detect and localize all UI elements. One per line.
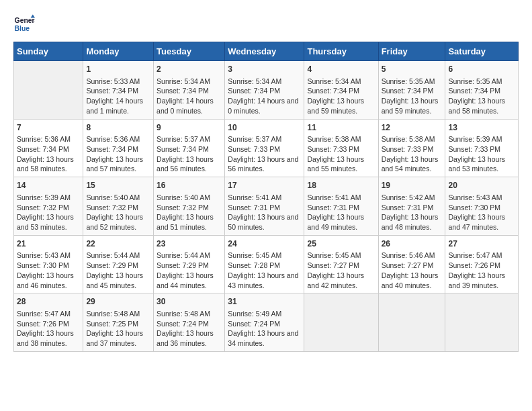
calendar-cell: 1Sunrise: 5:33 AM Sunset: 7:34 PM Daylig…: [83, 61, 154, 120]
day-number: 2: [157, 64, 222, 75]
calendar-cell: 13Sunrise: 5:39 AM Sunset: 7:33 PM Dayli…: [445, 119, 519, 177]
calendar-cell: 24Sunrise: 5:45 AM Sunset: 7:28 PM Dayli…: [225, 235, 304, 293]
cell-content: Sunrise: 5:45 AM Sunset: 7:28 PM Dayligh…: [228, 250, 301, 290]
calendar-cell: 7Sunrise: 5:36 AM Sunset: 7:34 PM Daylig…: [14, 119, 83, 177]
calendar-cell: 28Sunrise: 5:47 AM Sunset: 7:26 PM Dayli…: [14, 293, 83, 352]
calendar-cell: 11Sunrise: 5:38 AM Sunset: 7:33 PM Dayli…: [304, 119, 378, 177]
calendar-cell: 30Sunrise: 5:48 AM Sunset: 7:24 PM Dayli…: [154, 293, 225, 352]
cell-content: Sunrise: 5:41 AM Sunset: 7:31 PM Dayligh…: [228, 193, 301, 232]
cell-content: Sunrise: 5:40 AM Sunset: 7:32 PM Dayligh…: [157, 193, 222, 232]
cell-content: Sunrise: 5:39 AM Sunset: 7:33 PM Dayligh…: [448, 134, 515, 174]
day-number: 21: [17, 238, 80, 250]
page-header: General Blue: [13, 13, 519, 35]
cell-content: Sunrise: 5:44 AM Sunset: 7:29 PM Dayligh…: [86, 250, 150, 290]
calendar-cell: 22Sunrise: 5:44 AM Sunset: 7:29 PM Dayli…: [83, 235, 154, 293]
day-number: 11: [307, 122, 375, 134]
calendar-cell: 20Sunrise: 5:43 AM Sunset: 7:30 PM Dayli…: [445, 177, 519, 236]
cell-content: Sunrise: 5:38 AM Sunset: 7:33 PM Dayligh…: [382, 134, 443, 174]
calendar-cell: 15Sunrise: 5:40 AM Sunset: 7:32 PM Dayli…: [83, 177, 154, 236]
day-number: 23: [157, 238, 222, 250]
day-number: 18: [307, 180, 375, 191]
cell-content: Sunrise: 5:37 AM Sunset: 7:34 PM Dayligh…: [157, 134, 222, 174]
cell-content: Sunrise: 5:48 AM Sunset: 7:25 PM Dayligh…: [86, 309, 150, 349]
cell-content: Sunrise: 5:36 AM Sunset: 7:34 PM Dayligh…: [17, 134, 80, 174]
day-number: 1: [86, 64, 150, 75]
day-number: 7: [17, 122, 80, 134]
day-number: 3: [228, 64, 301, 75]
svg-text:General: General: [15, 17, 35, 24]
cell-content: Sunrise: 5:42 AM Sunset: 7:31 PM Dayligh…: [382, 193, 443, 232]
cell-content: Sunrise: 5:47 AM Sunset: 7:26 PM Dayligh…: [17, 309, 80, 349]
calendar-cell: 17Sunrise: 5:41 AM Sunset: 7:31 PM Dayli…: [225, 177, 304, 236]
weekday-header-monday: Monday: [83, 42, 154, 61]
cell-content: Sunrise: 5:40 AM Sunset: 7:32 PM Dayligh…: [86, 193, 150, 232]
calendar-cell: [378, 293, 445, 352]
cell-content: Sunrise: 5:41 AM Sunset: 7:31 PM Dayligh…: [307, 193, 375, 232]
day-number: 29: [86, 296, 150, 308]
calendar-cell: 12Sunrise: 5:38 AM Sunset: 7:33 PM Dayli…: [378, 119, 445, 177]
calendar-cell: 10Sunrise: 5:37 AM Sunset: 7:33 PM Dayli…: [225, 119, 304, 177]
cell-content: Sunrise: 5:39 AM Sunset: 7:32 PM Dayligh…: [17, 193, 80, 232]
day-number: 14: [17, 180, 80, 191]
day-number: 30: [157, 296, 222, 308]
calendar-cell: 27Sunrise: 5:47 AM Sunset: 7:26 PM Dayli…: [445, 235, 519, 293]
calendar-cell: 4Sunrise: 5:34 AM Sunset: 7:34 PM Daylig…: [304, 61, 378, 120]
day-number: 17: [228, 180, 301, 191]
weekday-header-wednesday: Wednesday: [225, 42, 304, 61]
calendar-cell: 14Sunrise: 5:39 AM Sunset: 7:32 PM Dayli…: [14, 177, 83, 236]
cell-content: Sunrise: 5:43 AM Sunset: 7:30 PM Dayligh…: [448, 193, 515, 232]
cell-content: Sunrise: 5:34 AM Sunset: 7:34 PM Dayligh…: [307, 77, 375, 116]
calendar-cell: 26Sunrise: 5:46 AM Sunset: 7:27 PM Dayli…: [378, 235, 445, 293]
cell-content: Sunrise: 5:43 AM Sunset: 7:30 PM Dayligh…: [17, 250, 80, 290]
calendar-cell: 18Sunrise: 5:41 AM Sunset: 7:31 PM Dayli…: [304, 177, 378, 236]
cell-content: Sunrise: 5:46 AM Sunset: 7:27 PM Dayligh…: [382, 250, 443, 290]
day-number: 20: [448, 180, 515, 191]
day-number: 24: [228, 238, 301, 250]
svg-text:Blue: Blue: [15, 25, 30, 32]
cell-content: Sunrise: 5:44 AM Sunset: 7:29 PM Dayligh…: [157, 250, 222, 290]
calendar-cell: 3Sunrise: 5:34 AM Sunset: 7:34 PM Daylig…: [225, 61, 304, 120]
calendar-cell: 29Sunrise: 5:48 AM Sunset: 7:25 PM Dayli…: [83, 293, 154, 352]
day-number: 12: [382, 122, 443, 134]
calendar-cell: 23Sunrise: 5:44 AM Sunset: 7:29 PM Dayli…: [154, 235, 225, 293]
calendar-cell: 21Sunrise: 5:43 AM Sunset: 7:30 PM Dayli…: [14, 235, 83, 293]
calendar-cell: 6Sunrise: 5:35 AM Sunset: 7:34 PM Daylig…: [445, 61, 519, 120]
weekday-header-thursday: Thursday: [304, 42, 378, 61]
calendar-cell: [14, 61, 83, 120]
day-number: 10: [228, 122, 301, 134]
day-number: 5: [382, 64, 443, 75]
weekday-header-saturday: Saturday: [445, 42, 519, 61]
cell-content: Sunrise: 5:35 AM Sunset: 7:34 PM Dayligh…: [448, 77, 515, 116]
calendar-cell: 31Sunrise: 5:49 AM Sunset: 7:24 PM Dayli…: [225, 293, 304, 352]
logo-icon: General Blue: [13, 13, 35, 35]
day-number: 25: [307, 238, 375, 250]
cell-content: Sunrise: 5:47 AM Sunset: 7:26 PM Dayligh…: [448, 250, 515, 290]
day-number: 28: [17, 296, 80, 308]
calendar-cell: 8Sunrise: 5:36 AM Sunset: 7:34 PM Daylig…: [83, 119, 154, 177]
calendar-cell: 16Sunrise: 5:40 AM Sunset: 7:32 PM Dayli…: [154, 177, 225, 236]
weekday-header-sunday: Sunday: [14, 42, 83, 61]
day-number: 16: [157, 180, 222, 191]
logo: General Blue: [13, 13, 38, 35]
cell-content: Sunrise: 5:34 AM Sunset: 7:34 PM Dayligh…: [228, 77, 301, 116]
calendar-cell: [304, 293, 378, 352]
day-number: 4: [307, 64, 375, 75]
day-number: 27: [448, 238, 515, 250]
weekday-header-tuesday: Tuesday: [154, 42, 225, 61]
calendar-cell: 5Sunrise: 5:35 AM Sunset: 7:34 PM Daylig…: [378, 61, 445, 120]
svg-marker-2: [31, 15, 35, 18]
calendar-cell: [445, 293, 519, 352]
day-number: 15: [86, 180, 150, 191]
cell-content: Sunrise: 5:34 AM Sunset: 7:34 PM Dayligh…: [157, 77, 222, 116]
cell-content: Sunrise: 5:33 AM Sunset: 7:34 PM Dayligh…: [86, 77, 150, 116]
day-number: 13: [448, 122, 515, 134]
calendar-cell: 2Sunrise: 5:34 AM Sunset: 7:34 PM Daylig…: [154, 61, 225, 120]
cell-content: Sunrise: 5:37 AM Sunset: 7:33 PM Dayligh…: [228, 134, 301, 174]
cell-content: Sunrise: 5:45 AM Sunset: 7:27 PM Dayligh…: [307, 250, 375, 290]
day-number: 9: [157, 122, 222, 134]
cell-content: Sunrise: 5:35 AM Sunset: 7:34 PM Dayligh…: [382, 77, 443, 116]
cell-content: Sunrise: 5:49 AM Sunset: 7:24 PM Dayligh…: [228, 309, 301, 349]
day-number: 22: [86, 238, 150, 250]
cell-content: Sunrise: 5:38 AM Sunset: 7:33 PM Dayligh…: [307, 134, 375, 174]
day-number: 31: [228, 296, 301, 308]
